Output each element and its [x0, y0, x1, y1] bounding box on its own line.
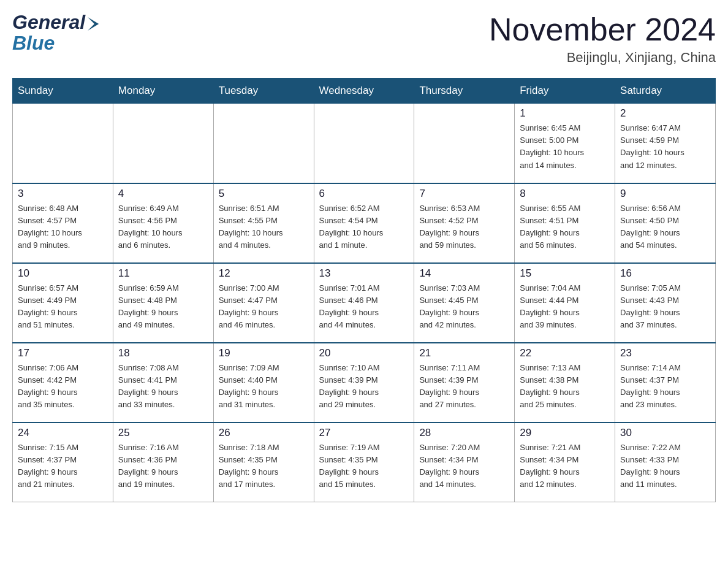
- calendar-cell: 9Sunrise: 6:56 AM Sunset: 4:50 PM Daylig…: [615, 183, 716, 263]
- day-number: 12: [219, 267, 309, 280]
- day-info: Sunrise: 7:08 AM Sunset: 4:41 PM Dayligh…: [118, 362, 208, 412]
- day-info: Sunrise: 6:48 AM Sunset: 4:57 PM Dayligh…: [18, 202, 108, 252]
- calendar-week-row: 3Sunrise: 6:48 AM Sunset: 4:57 PM Daylig…: [13, 183, 716, 263]
- calendar-cell: [113, 104, 213, 183]
- day-number: 13: [319, 267, 409, 280]
- calendar-week-row: 17Sunrise: 7:06 AM Sunset: 4:42 PM Dayli…: [13, 343, 716, 423]
- day-number: 25: [118, 427, 208, 439]
- day-number: 9: [620, 188, 710, 200]
- day-number: 17: [18, 347, 108, 359]
- calendar-cell: 18Sunrise: 7:08 AM Sunset: 4:41 PM Dayli…: [113, 343, 213, 423]
- day-info: Sunrise: 7:13 AM Sunset: 4:38 PM Dayligh…: [520, 362, 610, 412]
- calendar-cell: 20Sunrise: 7:10 AM Sunset: 4:39 PM Dayli…: [314, 343, 414, 423]
- day-info: Sunrise: 7:03 AM Sunset: 4:45 PM Dayligh…: [419, 282, 509, 332]
- day-number: 8: [520, 188, 610, 200]
- calendar-cell: 14Sunrise: 7:03 AM Sunset: 4:45 PM Dayli…: [414, 263, 515, 343]
- day-info: Sunrise: 6:57 AM Sunset: 4:49 PM Dayligh…: [18, 282, 108, 332]
- day-info: Sunrise: 6:59 AM Sunset: 4:48 PM Dayligh…: [118, 282, 208, 332]
- day-info: Sunrise: 6:53 AM Sunset: 4:52 PM Dayligh…: [419, 202, 509, 252]
- weekday-header: Saturday: [615, 79, 716, 104]
- day-number: 26: [219, 427, 309, 439]
- day-number: 3: [18, 188, 108, 200]
- day-number: 27: [319, 427, 409, 439]
- day-info: Sunrise: 6:56 AM Sunset: 4:50 PM Dayligh…: [620, 202, 710, 252]
- day-number: 28: [419, 427, 509, 439]
- calendar-cell: 21Sunrise: 7:11 AM Sunset: 4:39 PM Dayli…: [414, 343, 515, 423]
- calendar-cell: 3Sunrise: 6:48 AM Sunset: 4:57 PM Daylig…: [13, 183, 113, 263]
- day-number: 10: [18, 267, 108, 280]
- weekday-header: Friday: [515, 79, 615, 104]
- day-number: 2: [620, 107, 710, 120]
- weekday-header: Thursday: [414, 79, 515, 104]
- calendar-cell: 12Sunrise: 7:00 AM Sunset: 4:47 PM Dayli…: [213, 263, 314, 343]
- day-info: Sunrise: 7:01 AM Sunset: 4:46 PM Dayligh…: [319, 282, 409, 332]
- calendar-cell: [414, 104, 515, 183]
- day-info: Sunrise: 7:18 AM Sunset: 4:35 PM Dayligh…: [219, 442, 309, 491]
- calendar-cell: 16Sunrise: 7:05 AM Sunset: 4:43 PM Dayli…: [615, 263, 716, 343]
- calendar-cell: 4Sunrise: 6:49 AM Sunset: 4:56 PM Daylig…: [113, 183, 213, 263]
- day-info: Sunrise: 6:49 AM Sunset: 4:56 PM Dayligh…: [118, 202, 208, 252]
- day-info: Sunrise: 7:19 AM Sunset: 4:35 PM Dayligh…: [319, 442, 409, 491]
- day-info: Sunrise: 6:47 AM Sunset: 4:59 PM Dayligh…: [620, 122, 710, 172]
- calendar-table: SundayMondayTuesdayWednesdayThursdayFrid…: [12, 78, 716, 502]
- day-number: 15: [520, 267, 610, 280]
- calendar-cell: 30Sunrise: 7:22 AM Sunset: 4:33 PM Dayli…: [615, 423, 716, 502]
- day-info: Sunrise: 7:11 AM Sunset: 4:39 PM Dayligh…: [419, 362, 509, 412]
- logo: General Blue: [12, 12, 99, 55]
- weekday-header: Monday: [113, 79, 213, 104]
- calendar-cell: 15Sunrise: 7:04 AM Sunset: 4:44 PM Dayli…: [515, 263, 615, 343]
- day-info: Sunrise: 7:16 AM Sunset: 4:36 PM Dayligh…: [118, 442, 208, 491]
- weekday-header-row: SundayMondayTuesdayWednesdayThursdayFrid…: [13, 79, 716, 104]
- calendar-cell: 24Sunrise: 7:15 AM Sunset: 4:37 PM Dayli…: [13, 423, 113, 502]
- day-info: Sunrise: 7:06 AM Sunset: 4:42 PM Dayligh…: [18, 362, 108, 412]
- calendar-week-row: 1Sunrise: 6:45 AM Sunset: 5:00 PM Daylig…: [13, 104, 716, 183]
- logo-chevron-icon: [88, 17, 99, 31]
- calendar-cell: [13, 104, 113, 183]
- calendar-cell: 25Sunrise: 7:16 AM Sunset: 4:36 PM Dayli…: [113, 423, 213, 502]
- calendar-cell: 1Sunrise: 6:45 AM Sunset: 5:00 PM Daylig…: [515, 104, 615, 183]
- calendar-cell: 6Sunrise: 6:52 AM Sunset: 4:54 PM Daylig…: [314, 183, 414, 263]
- day-info: Sunrise: 7:05 AM Sunset: 4:43 PM Dayligh…: [620, 282, 710, 332]
- day-number: 6: [319, 188, 409, 200]
- day-number: 18: [118, 347, 208, 359]
- calendar-cell: 19Sunrise: 7:09 AM Sunset: 4:40 PM Dayli…: [213, 343, 314, 423]
- calendar-cell: 8Sunrise: 6:55 AM Sunset: 4:51 PM Daylig…: [515, 183, 615, 263]
- day-number: 21: [419, 347, 509, 359]
- day-info: Sunrise: 7:14 AM Sunset: 4:37 PM Dayligh…: [620, 362, 710, 412]
- day-info: Sunrise: 7:21 AM Sunset: 4:34 PM Dayligh…: [520, 442, 610, 491]
- day-number: 4: [118, 188, 208, 200]
- day-number: 16: [620, 267, 710, 280]
- day-number: 30: [620, 427, 710, 439]
- calendar-cell: 27Sunrise: 7:19 AM Sunset: 4:35 PM Dayli…: [314, 423, 414, 502]
- day-info: Sunrise: 7:20 AM Sunset: 4:34 PM Dayligh…: [419, 442, 509, 491]
- day-number: 14: [419, 267, 509, 280]
- calendar-cell: [213, 104, 314, 183]
- calendar-week-row: 10Sunrise: 6:57 AM Sunset: 4:49 PM Dayli…: [13, 263, 716, 343]
- day-info: Sunrise: 7:15 AM Sunset: 4:37 PM Dayligh…: [18, 442, 108, 491]
- day-info: Sunrise: 6:55 AM Sunset: 4:51 PM Dayligh…: [520, 202, 610, 252]
- day-number: 5: [219, 188, 309, 200]
- day-info: Sunrise: 6:45 AM Sunset: 5:00 PM Dayligh…: [520, 122, 610, 172]
- calendar-cell: 28Sunrise: 7:20 AM Sunset: 4:34 PM Dayli…: [414, 423, 515, 502]
- day-info: Sunrise: 7:00 AM Sunset: 4:47 PM Dayligh…: [219, 282, 309, 332]
- calendar-cell: 29Sunrise: 7:21 AM Sunset: 4:34 PM Dayli…: [515, 423, 615, 502]
- title-area: November 2024 Beijinglu, Xinjiang, China: [489, 12, 716, 66]
- calendar-cell: 13Sunrise: 7:01 AM Sunset: 4:46 PM Dayli…: [314, 263, 414, 343]
- calendar-cell: 26Sunrise: 7:18 AM Sunset: 4:35 PM Dayli…: [213, 423, 314, 502]
- day-number: 23: [620, 347, 710, 359]
- day-info: Sunrise: 7:10 AM Sunset: 4:39 PM Dayligh…: [319, 362, 409, 412]
- logo-blue: Blue: [12, 32, 99, 55]
- day-number: 20: [319, 347, 409, 359]
- day-info: Sunrise: 6:51 AM Sunset: 4:55 PM Dayligh…: [219, 202, 309, 252]
- day-number: 24: [18, 427, 108, 439]
- location-title: Beijinglu, Xinjiang, China: [489, 50, 716, 66]
- page-header: General Blue November 2024 Beijinglu, Xi…: [12, 12, 716, 66]
- day-number: 1: [520, 107, 610, 120]
- calendar-cell: [314, 104, 414, 183]
- calendar-cell: 22Sunrise: 7:13 AM Sunset: 4:38 PM Dayli…: [515, 343, 615, 423]
- calendar-cell: 23Sunrise: 7:14 AM Sunset: 4:37 PM Dayli…: [615, 343, 716, 423]
- calendar-cell: 10Sunrise: 6:57 AM Sunset: 4:49 PM Dayli…: [13, 263, 113, 343]
- day-info: Sunrise: 7:22 AM Sunset: 4:33 PM Dayligh…: [620, 442, 710, 491]
- day-number: 29: [520, 427, 610, 439]
- month-title: November 2024: [489, 12, 716, 47]
